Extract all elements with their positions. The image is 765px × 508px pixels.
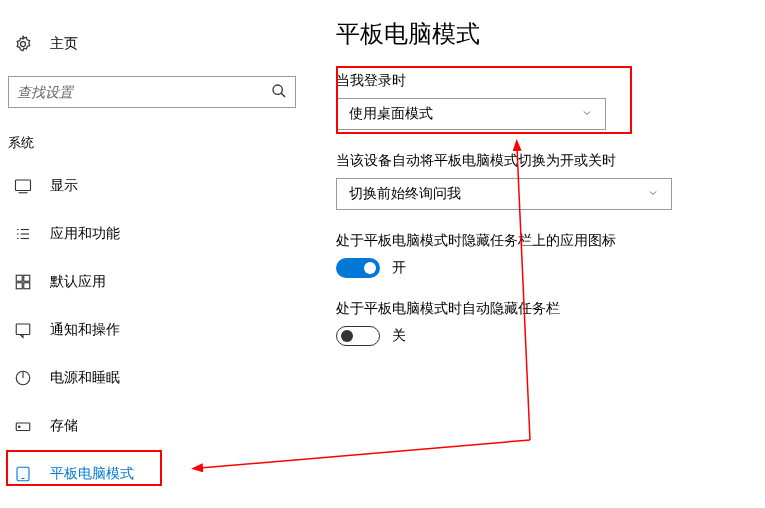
svg-rect-11 — [16, 275, 22, 281]
storage-icon — [12, 417, 34, 435]
sidebar-item-label: 电源和睡眠 — [50, 369, 120, 387]
settings-main-panel: 平板电脑模式 当我登录时 使用桌面模式 当该设备自动将平板电脑模式切换为开或关时… — [336, 18, 746, 368]
signin-behavior-group: 当我登录时 使用桌面模式 — [336, 72, 746, 130]
select-value: 切换前始终询问我 — [349, 185, 461, 203]
sidebar-item-storage[interactable]: 存储 — [0, 402, 316, 450]
toggle-state-label: 关 — [392, 327, 406, 345]
sidebar-item-notifications[interactable]: 通知和操作 — [0, 306, 316, 354]
sidebar-item-display[interactable]: 显示 — [0, 162, 316, 210]
chevron-down-icon — [647, 186, 659, 202]
svg-rect-14 — [24, 283, 30, 289]
home-label: 主页 — [50, 35, 78, 53]
gear-icon — [12, 34, 34, 54]
chevron-down-icon — [581, 106, 593, 122]
svg-rect-13 — [16, 283, 22, 289]
hide-taskbar-group: 处于平板电脑模式时自动隐藏任务栏 关 — [336, 300, 746, 346]
list-icon — [12, 225, 34, 243]
auto-switch-group: 当该设备自动将平板电脑模式切换为开或关时 切换前始终询问我 — [336, 152, 746, 210]
sidebar-item-label: 平板电脑模式 — [50, 465, 134, 483]
page-title: 平板电脑模式 — [336, 18, 746, 50]
auto-switch-label: 当该设备自动将平板电脑模式切换为开或关时 — [336, 152, 746, 170]
svg-rect-3 — [16, 180, 31, 191]
grid-icon — [12, 273, 34, 291]
sidebar-item-label: 显示 — [50, 177, 78, 195]
svg-rect-15 — [16, 324, 30, 335]
svg-point-1 — [273, 85, 282, 94]
monitor-icon — [12, 177, 34, 195]
sidebar-item-label: 应用和功能 — [50, 225, 120, 243]
sidebar-item-label: 存储 — [50, 417, 78, 435]
section-label-system: 系统 — [0, 126, 316, 162]
svg-line-2 — [281, 93, 285, 97]
select-value: 使用桌面模式 — [349, 105, 433, 123]
svg-rect-12 — [24, 275, 30, 281]
toggle-state-label: 开 — [392, 259, 406, 277]
sidebar-item-apps[interactable]: 应用和功能 — [0, 210, 316, 258]
hide-icons-group: 处于平板电脑模式时隐藏任务栏上的应用图标 开 — [336, 232, 746, 278]
settings-sidebar: 主页 系统 显示 应用和功能 — [0, 0, 316, 498]
search-icon — [271, 83, 287, 102]
sidebar-item-tablet-mode[interactable]: 平板电脑模式 — [0, 450, 316, 498]
sidebar-item-label: 默认应用 — [50, 273, 106, 291]
hide-icons-label: 处于平板电脑模式时隐藏任务栏上的应用图标 — [336, 232, 746, 250]
signin-behavior-label: 当我登录时 — [336, 72, 746, 90]
hide-taskbar-toggle[interactable] — [336, 326, 380, 346]
home-nav-item[interactable]: 主页 — [0, 24, 316, 64]
notification-icon — [12, 321, 34, 339]
search-input-field[interactable] — [17, 84, 271, 100]
sidebar-item-power[interactable]: 电源和睡眠 — [0, 354, 316, 402]
sidebar-item-label: 通知和操作 — [50, 321, 120, 339]
sidebar-item-default-apps[interactable]: 默认应用 — [0, 258, 316, 306]
signin-behavior-select[interactable]: 使用桌面模式 — [336, 98, 606, 130]
svg-point-0 — [21, 42, 26, 47]
auto-switch-select[interactable]: 切换前始终询问我 — [336, 178, 672, 210]
hide-icons-toggle[interactable] — [336, 258, 380, 278]
tablet-icon — [12, 465, 34, 483]
power-icon — [12, 369, 34, 387]
search-settings-input[interactable] — [8, 76, 296, 108]
hide-taskbar-label: 处于平板电脑模式时自动隐藏任务栏 — [336, 300, 746, 318]
svg-point-19 — [19, 426, 21, 428]
